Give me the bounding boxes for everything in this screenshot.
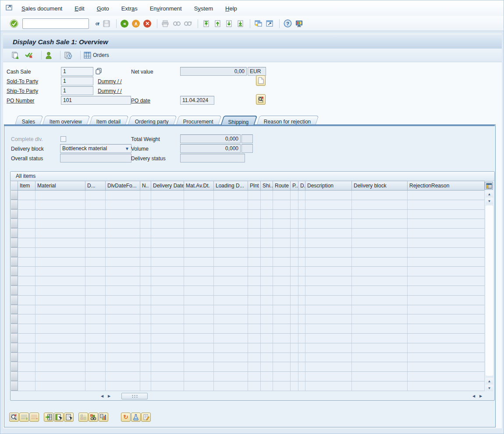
column-header-n[interactable]: N.. <box>140 181 151 191</box>
scroll-left-end-icon[interactable]: ◀ <box>470 393 477 399</box>
table-cell[interactable] <box>273 210 291 219</box>
services-for-object-button[interactable] <box>256 94 266 105</box>
table-cell[interactable] <box>408 353 485 362</box>
table-cell[interactable] <box>352 343 408 353</box>
table-cell[interactable] <box>18 276 35 286</box>
scroll-left-icon[interactable]: ◀ <box>99 393 106 399</box>
table-cell[interactable] <box>291 191 298 200</box>
sold-to-party-button[interactable] <box>45 51 53 60</box>
table-cell[interactable] <box>352 296 408 305</box>
column-header-d[interactable]: D.. <box>298 181 305 191</box>
table-cell[interactable] <box>151 200 184 209</box>
table-cell[interactable] <box>85 334 106 343</box>
table-cell[interactable] <box>305 362 352 371</box>
cash-sale-field[interactable]: 1 <box>61 67 93 76</box>
po-date-label[interactable]: PO date <box>131 98 150 104</box>
table-cell[interactable] <box>352 276 408 286</box>
table-cell[interactable] <box>352 238 408 247</box>
table-cell[interactable] <box>291 372 298 381</box>
table-cell[interactable] <box>305 381 352 391</box>
table-cell[interactable] <box>35 191 85 200</box>
row-selector[interactable] <box>11 372 18 381</box>
table-cell[interactable] <box>85 381 106 391</box>
table-cell[interactable] <box>35 200 85 209</box>
table-cell[interactable] <box>305 258 352 267</box>
row-selector[interactable] <box>11 362 18 371</box>
table-cell[interactable] <box>140 210 151 219</box>
tab-item-overview[interactable]: Item overview <box>43 116 90 125</box>
table-cell[interactable] <box>214 305 248 314</box>
table-cell[interactable] <box>305 248 352 257</box>
back-button[interactable]: « <box>120 19 129 28</box>
table-cell[interactable] <box>184 200 214 209</box>
table-cell[interactable] <box>273 305 291 314</box>
scroll-up-bottom-icon[interactable]: ▲ <box>485 378 493 385</box>
table-cell[interactable] <box>248 362 261 371</box>
table-cell[interactable] <box>248 314 261 324</box>
table-cell[interactable] <box>352 267 408 276</box>
po-date-field[interactable]: 11.04.2024 <box>180 96 214 105</box>
table-cell[interactable] <box>261 276 273 286</box>
table-cell[interactable] <box>408 258 485 267</box>
table-cell[interactable] <box>291 381 298 391</box>
table-cell[interactable] <box>151 305 184 314</box>
last-page-icon[interactable] <box>235 19 245 28</box>
insert-item-button[interactable] <box>19 413 29 422</box>
row-selector[interactable] <box>11 305 18 314</box>
table-cell[interactable] <box>85 191 106 200</box>
table-cell[interactable] <box>214 191 248 200</box>
table-cell[interactable] <box>184 334 214 343</box>
table-cell[interactable] <box>140 248 151 257</box>
table-cell[interactable] <box>273 296 291 305</box>
table-cell[interactable] <box>18 296 35 305</box>
table-cell[interactable] <box>184 372 214 381</box>
display-item-details-button[interactable] <box>9 413 19 422</box>
table-cell[interactable] <box>352 324 408 333</box>
column-header-mat-av-dt[interactable]: Mat.Av.Dt. <box>184 181 214 191</box>
column-header-d[interactable]: D... <box>85 181 106 191</box>
table-cell[interactable] <box>106 219 140 228</box>
command-field[interactable]: ▼ <box>22 18 89 29</box>
menu-extras[interactable]: Extras <box>121 5 138 12</box>
table-cell[interactable] <box>408 362 485 371</box>
table-cell[interactable] <box>85 324 106 333</box>
table-cell[interactable] <box>298 296 305 305</box>
tab-sales[interactable]: Sales <box>15 116 43 125</box>
table-cell[interactable] <box>18 314 35 324</box>
dropdown-arrow-icon[interactable]: ▼ <box>125 146 129 151</box>
table-cell[interactable] <box>298 219 305 228</box>
table-cell[interactable] <box>291 238 298 247</box>
horizontal-scrollbar[interactable]: ◀ ▶ ◀ ▶ <box>99 393 484 399</box>
table-cell[interactable] <box>18 191 35 200</box>
tab-item-detail[interactable]: Item detail <box>89 116 129 125</box>
table-cell[interactable] <box>151 267 184 276</box>
table-cell[interactable] <box>140 238 151 247</box>
table-cell[interactable] <box>248 219 261 228</box>
column-header-plnt[interactable]: Plnt <box>248 181 261 191</box>
table-cell[interactable] <box>214 343 248 353</box>
table-cell[interactable] <box>151 229 184 238</box>
row-selector[interactable] <box>11 267 18 276</box>
menu-edit[interactable]: Edit <box>75 5 84 12</box>
table-cell[interactable] <box>298 362 305 371</box>
table-cell[interactable] <box>261 334 273 343</box>
find-icon[interactable] <box>172 19 181 28</box>
table-cell[interactable] <box>18 210 35 219</box>
table-cell[interactable] <box>184 353 214 362</box>
table-cell[interactable] <box>214 267 248 276</box>
table-cell[interactable] <box>261 191 273 200</box>
horizontal-scroll-thumb[interactable] <box>121 393 148 399</box>
po-number-field[interactable]: 101 <box>61 96 131 105</box>
table-cell[interactable] <box>248 200 261 209</box>
table-cell[interactable] <box>261 210 273 219</box>
table-cell[interactable] <box>305 286 352 295</box>
table-cell[interactable] <box>106 286 140 295</box>
table-cell[interactable] <box>291 258 298 267</box>
table-cell[interactable] <box>261 219 273 228</box>
table-cell[interactable] <box>151 210 184 219</box>
table-cell[interactable] <box>18 258 35 267</box>
table-cell[interactable] <box>352 248 408 257</box>
table-cell[interactable] <box>248 267 261 276</box>
table-cell[interactable] <box>291 296 298 305</box>
table-cell[interactable] <box>35 267 85 276</box>
